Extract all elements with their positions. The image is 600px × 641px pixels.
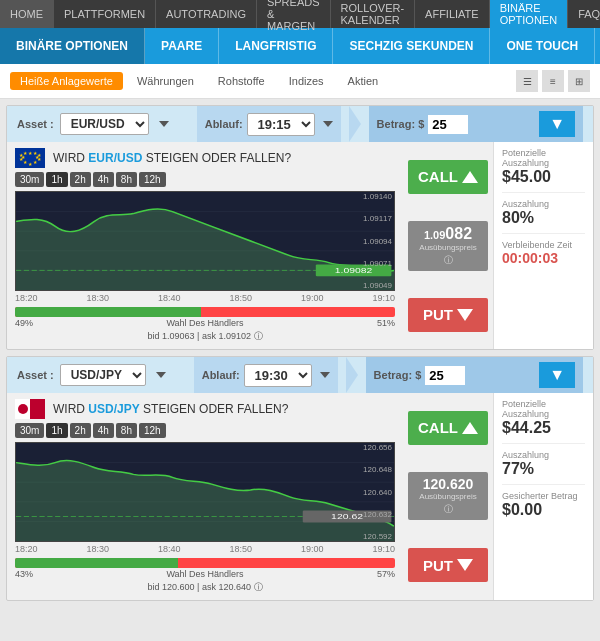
auszahlung-label-1: Auszahlung xyxy=(502,199,585,209)
second-nav: BINÄRE OPTIONEN PAARE LANGFRISTIG SECHZI… xyxy=(0,28,600,64)
ausübungspreis-1: Ausübungspreis xyxy=(414,243,482,252)
chart-labels-right-2: 120.656 120.648 120.640 120.632 120.592 xyxy=(363,443,392,541)
filter-waehrungen[interactable]: Währungen xyxy=(127,72,204,90)
tab-30m-2[interactable]: 30m xyxy=(15,423,44,438)
progress-fill-2 xyxy=(15,558,178,568)
tab-2h-2[interactable]: 2h xyxy=(70,423,91,438)
potential-value-2: $44.25 xyxy=(502,419,585,437)
call-button-1[interactable]: CALL xyxy=(408,160,488,194)
bid-label-1: bid xyxy=(148,331,163,341)
snav-binaere[interactable]: BINÄRE OPTIONEN xyxy=(0,28,145,64)
price-box-1: 1.09082 Ausübungspreis ⓘ xyxy=(408,221,488,271)
progress-label-1: 49% Wahl Des Händlers 51% xyxy=(15,318,395,328)
progress-left-2: 43% xyxy=(15,569,33,579)
betrag-down-button-2[interactable]: ▼ xyxy=(539,362,575,388)
callput-section-2: CALL 120.620 Ausübungspreis ⓘ PUT xyxy=(403,393,493,600)
progress-fill-1 xyxy=(15,307,201,317)
ablauf-arrow-2 xyxy=(320,372,330,378)
filter-indizes[interactable]: Indizes xyxy=(279,72,334,90)
nav-faq[interactable]: FAQ xyxy=(568,0,600,28)
bid-ask-1: bid 1.09063 | ask 1.09102 ⓘ xyxy=(15,330,395,343)
tab-4h-2[interactable]: 4h xyxy=(93,423,114,438)
filter-heisse[interactable]: Heiße Anlagewerte xyxy=(10,72,123,90)
call-label-1: CALL xyxy=(418,168,458,185)
tab-8h-2[interactable]: 8h xyxy=(116,423,137,438)
auszahlung-section-1: Auszahlung 80% xyxy=(502,199,585,227)
tab-2h-1[interactable]: 2h xyxy=(70,172,91,187)
nav-binaere[interactable]: BINÄRE OPTIONEN xyxy=(490,0,568,28)
tab-4h-1[interactable]: 4h xyxy=(93,172,114,187)
auszahlung-section-2: Auszahlung 77% xyxy=(502,450,585,478)
asset-label-1: Asset : xyxy=(17,118,54,130)
nav-rollover[interactable]: ROLLOVER-KALENDER xyxy=(331,0,416,28)
divider-2b xyxy=(502,484,585,485)
filter-bar: Heiße Anlagewerte Währungen Rohstoffe In… xyxy=(0,64,600,99)
chart-area-2: 120.62 120.656 120.648 120.640 120.632 1… xyxy=(15,442,395,542)
tab-1h-1[interactable]: 1h xyxy=(46,172,67,187)
gesichert-label-2: Gesicherter Betrag xyxy=(502,491,585,501)
snav-paare[interactable]: PAARE xyxy=(145,28,219,64)
betrag-label-2: Betrag: $ xyxy=(374,369,422,381)
nav-autotrading[interactable]: AUTOTRADING xyxy=(156,0,257,28)
betrag-down-button-1[interactable]: ▼ xyxy=(539,111,575,137)
tab-30m-1[interactable]: 30m xyxy=(15,172,44,187)
betrag-input-2[interactable] xyxy=(425,366,465,385)
progress-bar-1 xyxy=(15,307,395,317)
question-header-2: WIRD USD/JPY STEIGEN ODER FALLEN? xyxy=(15,399,395,419)
ablauf-section-2: Ablauf: 19:30 xyxy=(194,357,338,393)
ablauf-section-1: Ablauf: 19:15 xyxy=(197,106,341,142)
bid-label-2: bid xyxy=(148,582,163,592)
asset-body-2: WIRD USD/JPY STEIGEN ODER FALLEN? 30m 1h… xyxy=(7,393,593,600)
auszahlung-label-2: Auszahlung xyxy=(502,450,585,460)
ask-value-1: 1.09102 xyxy=(218,331,251,341)
time-label-1: Verbleibende Zeit xyxy=(502,240,585,250)
progress-right-2: 57% xyxy=(377,569,395,579)
info-icon-price-2: ⓘ xyxy=(444,504,453,514)
asset-select-1[interactable]: EUR/USD xyxy=(60,113,149,135)
asset-header-2: Asset : USD/JPY Ablauf: 19:30 Betrag: $ … xyxy=(7,357,593,393)
tab-12h-1[interactable]: 12h xyxy=(139,172,166,187)
tab-8h-1[interactable]: 8h xyxy=(116,172,137,187)
nav-spreads[interactable]: SPREADS & MARGEN xyxy=(257,0,331,28)
grid-view-button[interactable]: ⊞ xyxy=(568,70,590,92)
snav-onetouch[interactable]: ONE TOUCH xyxy=(490,28,595,64)
chart-svg-1: 1.09082 xyxy=(16,192,394,290)
auszahlung-value-2: 77% xyxy=(502,460,585,478)
ask-label-2: | ask xyxy=(197,582,218,592)
filter-aktien[interactable]: Aktien xyxy=(338,72,389,90)
list-view-button[interactable]: ☰ xyxy=(516,70,538,92)
tab-1h-2[interactable]: 1h xyxy=(46,423,67,438)
nav-plattformen[interactable]: PLATTFORMEN xyxy=(54,0,156,28)
divider-1b xyxy=(502,233,585,234)
top-nav: HOME PLATTFORMEN AUTOTRADING SPREADS & M… xyxy=(0,0,600,28)
nav-home[interactable]: HOME xyxy=(0,0,54,28)
call-button-2[interactable]: CALL xyxy=(408,411,488,445)
tab-12h-2[interactable]: 12h xyxy=(139,423,166,438)
info-panel-2: Potenzielle Auszahlung $44.25 Auszahlung… xyxy=(493,393,593,600)
ablauf-select-2[interactable]: 19:30 xyxy=(244,364,312,387)
list-view-button2[interactable]: ≡ xyxy=(542,70,564,92)
potential-value-1: $45.00 xyxy=(502,168,585,186)
progress-label-2: 43% Wahl Des Händlers 57% xyxy=(15,569,395,579)
snav-sechzig[interactable]: SECHZIG SEKUNDEN xyxy=(333,28,490,64)
filter-rohstoffe[interactable]: Rohstoffe xyxy=(208,72,275,90)
put-button-1[interactable]: PUT xyxy=(408,298,488,332)
info-icon-2: ⓘ xyxy=(254,582,263,592)
progress-bar-2 xyxy=(15,558,395,568)
nav-affiliate[interactable]: AFFILIATE xyxy=(415,0,490,28)
potential-label-2: Potenzielle Auszahlung xyxy=(502,399,585,419)
flag-eu: ★ ★ ★ ★ ★ ★ ★ ★ ★ ★ ★ ★ xyxy=(15,148,45,168)
callput-section-1: CALL 1.09082 Ausübungspreis ⓘ PUT xyxy=(403,142,493,349)
asset-select-2[interactable]: USD/JPY xyxy=(60,364,146,386)
question-text-2: WIRD USD/JPY STEIGEN ODER FALLEN? xyxy=(53,402,288,416)
view-icons: ☰ ≡ ⊞ xyxy=(516,70,590,92)
time-tabs-1: 30m 1h 2h 4h 8h 12h xyxy=(15,172,395,187)
question-text-1: WIRD EUR/USD STEIGEN ODER FALLEN? xyxy=(53,151,291,165)
put-button-2[interactable]: PUT xyxy=(408,548,488,582)
ablauf-select-1[interactable]: 19:15 xyxy=(247,113,315,136)
betrag-section-1: Betrag: $ ▼ xyxy=(369,106,583,142)
snav-langfristig[interactable]: LANGFRISTIG xyxy=(219,28,333,64)
chart-labels-right-1: 1.09140 1.09117 1.09094 1.09071 1.09049 xyxy=(363,192,392,290)
betrag-input-1[interactable] xyxy=(428,115,468,134)
chart-area-1: 1.09082 1.09140 1.09117 1.09094 1.09071 … xyxy=(15,191,395,291)
